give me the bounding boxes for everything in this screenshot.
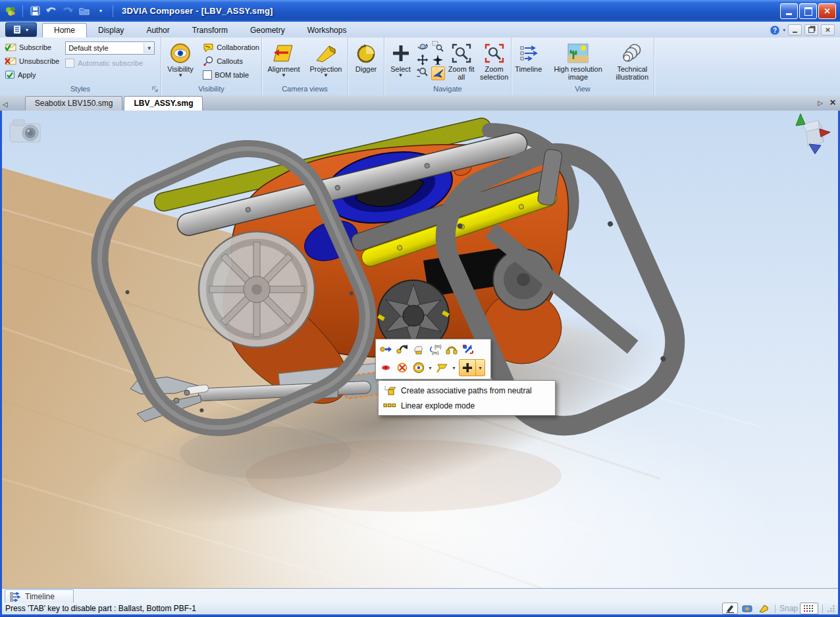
chevron-down-icon: ▼	[281, 73, 286, 78]
move-mode-split-button[interactable]: ▼	[459, 359, 485, 376]
tab-transform[interactable]: Transform	[181, 24, 239, 37]
window-title: 3DVIA Composer - [LBV_ASSY.smg]	[122, 6, 273, 16]
timeline-button[interactable]: Timeline	[512, 40, 545, 85]
divider	[22, 5, 23, 17]
pan-button[interactable]	[416, 53, 429, 66]
visibility-button[interactable]: Visibility ▼	[165, 40, 196, 85]
workshop-style-button[interactable]	[722, 603, 738, 614]
zoom-button[interactable]: +−	[416, 66, 429, 79]
divider	[113, 5, 113, 17]
automatic-subscribe-checkbox[interactable]: Automatic subscribe	[65, 59, 155, 68]
zoom-area-button[interactable]	[431, 40, 444, 53]
technical-illustration-button[interactable]: Technical illustration	[611, 40, 654, 85]
snap-label[interactable]: Snap	[779, 604, 798, 613]
title-bar: ▾ 3DVIA Composer - [LBV_ASSY.smg] ✕	[0, 0, 840, 22]
alignment-button[interactable]: Alignment ▼	[265, 40, 303, 85]
free-drag-icon[interactable]	[411, 342, 426, 357]
update-views-button[interactable]	[740, 603, 754, 614]
combo-dropdown-icon[interactable]: ▼	[144, 43, 154, 53]
svg-text:−: −	[417, 73, 420, 79]
projection-button[interactable]: Projection ▼	[307, 40, 345, 85]
tab-author[interactable]: Author	[135, 24, 180, 37]
quick-access-toolbar: ▾	[0, 5, 115, 18]
translate-icon[interactable]	[379, 342, 393, 357]
app-logo-icon[interactable]	[4, 5, 17, 18]
doc-tab-seabotix[interactable]: Seabotix LBV150.smg	[25, 96, 123, 111]
walk-mode-button[interactable]	[431, 66, 445, 80]
subscribe-button[interactable]: Subscribe	[3, 40, 61, 54]
zoom-fit-all-button[interactable]: Zoom fit all	[448, 40, 475, 85]
perspective-button[interactable]	[756, 603, 771, 614]
document-close-button[interactable]: ✕	[821, 24, 835, 36]
application-menu-button[interactable]: ▾	[5, 22, 37, 37]
chevron-down-icon[interactable]: ▼	[452, 366, 457, 370]
status-message: Press 'TAB' key to disable part : Ballas…	[2, 604, 196, 613]
undo-button[interactable]	[45, 5, 58, 18]
timeline-panel-tab[interactable]: Timeline	[5, 589, 74, 603]
callout-flag-icon[interactable]	[435, 360, 450, 375]
menu-item-linear-explode-mode[interactable]: Linear explode mode	[379, 398, 555, 413]
help-button[interactable]: ?	[770, 25, 780, 36]
help-dropdown-icon[interactable]: ▾	[783, 28, 785, 33]
switch-neutral-icon[interactable]: {m}{m}	[428, 342, 442, 357]
redo-button[interactable]	[61, 5, 74, 18]
high-resolution-image-button[interactable]: High resolution image	[550, 40, 605, 85]
timeline-icon	[10, 592, 20, 602]
explode-associate-icon[interactable]	[461, 342, 475, 357]
doc-scroll-left-icon[interactable]: ◁	[0, 101, 11, 111]
group-label-view: View	[575, 85, 591, 93]
menu-item-create-associative-paths[interactable]: Create associative paths from neutral	[379, 383, 555, 398]
collaboration-button[interactable]: Collaboration	[201, 40, 261, 54]
orbit-button[interactable]	[416, 40, 429, 53]
apply-button[interactable]: Apply	[3, 68, 61, 82]
collaboration-icon	[203, 43, 214, 52]
move-mode-dropdown-icon[interactable]: ▼	[475, 360, 485, 376]
resize-grip[interactable]	[827, 605, 835, 613]
fly-mode-button[interactable]	[431, 53, 444, 66]
hide-icon[interactable]	[379, 360, 393, 375]
window-minimize-button[interactable]	[780, 3, 798, 19]
ribbon-group-view: Timeline High resolution image Technical…	[512, 37, 654, 95]
styles-dialog-launcher-button[interactable]	[152, 86, 159, 93]
save-button[interactable]	[28, 5, 41, 18]
callouts-button[interactable]: Callouts	[201, 54, 261, 68]
bom-table-checkbox[interactable]: BOM table	[201, 68, 261, 82]
zoom-selection-button[interactable]: Zoom selection	[477, 40, 511, 85]
chevron-down-icon: ▼	[178, 73, 183, 78]
grid-snap-button[interactable]	[800, 603, 818, 614]
subscribe-icon	[5, 43, 16, 52]
chevron-down-icon[interactable]: ▼	[428, 366, 433, 370]
doc-scroll-right-icon[interactable]: ▷	[818, 99, 823, 107]
move-mode-icon[interactable]	[459, 360, 475, 376]
style-combobox[interactable]: Default style ▼	[65, 41, 155, 55]
tab-workshops[interactable]: Workshops	[296, 24, 358, 37]
group-label-navigate: Navigate	[433, 85, 461, 93]
window-close-button[interactable]: ✕	[818, 3, 836, 19]
document-minimize-button[interactable]	[788, 24, 802, 36]
rotate-icon[interactable]	[395, 342, 409, 357]
chevron-down-icon: ▼	[323, 73, 328, 78]
tab-display[interactable]: Display	[87, 24, 135, 37]
unsubscribe-icon	[5, 57, 16, 66]
window-maximize-button[interactable]	[799, 3, 817, 19]
svg-text:{m}: {m}	[434, 344, 442, 349]
digger-button[interactable]: Digger	[350, 40, 382, 85]
tab-home[interactable]: Home	[42, 23, 87, 37]
ribbon-group-styles: Subscribe Unsubscribe Apply Default styl…	[0, 37, 161, 95]
unsubscribe-button[interactable]: Unsubscribe	[3, 54, 61, 68]
doc-tab-lbv-assy[interactable]: LBV_ASSY.smg	[124, 96, 203, 111]
open-folder-button[interactable]	[78, 5, 91, 18]
3d-viewport[interactable]: {m}{m} ▼ ▼ ▼ Create associative paths fr…	[2, 111, 838, 588]
restore-visibility-icon[interactable]	[395, 360, 409, 375]
floating-transform-toolbar: {m}{m} ▼ ▼ ▼	[375, 339, 491, 380]
document-restore-button[interactable]	[804, 24, 818, 36]
svg-text:+: +	[417, 67, 420, 73]
doc-close-icon[interactable]: ✕	[829, 98, 836, 107]
tab-geometry[interactable]: Geometry	[239, 24, 296, 37]
select-button[interactable]: Select ▼	[388, 40, 413, 85]
explode-mode-menu: Create associative paths from neutral Li…	[378, 380, 556, 416]
show-icon[interactable]	[411, 360, 426, 375]
restore-neutral-icon[interactable]	[444, 342, 459, 357]
qat-customize-dropdown-icon[interactable]: ▾	[94, 5, 107, 18]
chevron-down-icon: ▼	[398, 73, 404, 78]
